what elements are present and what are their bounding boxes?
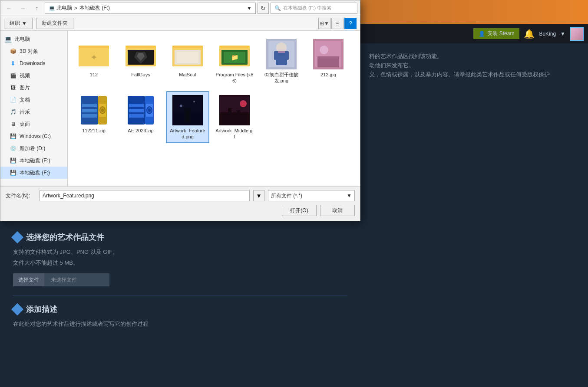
sidebar-item-locale[interactable]: 💾 本地磁盘 (E:) xyxy=(0,154,67,167)
svg-rect-28 xyxy=(317,56,339,67)
user-avatar[interactable] xyxy=(570,27,584,41)
sidebar-item-localf[interactable]: 💾 本地磁盘 (F:) xyxy=(0,167,67,179)
sidebar-item-windowsc[interactable]: 💾 Windows (C:) xyxy=(0,130,67,142)
refresh-button[interactable]: ↻ xyxy=(258,3,269,14)
new-folder-button[interactable]: 新建文件夹 xyxy=(36,18,73,29)
sidebar-label-windowsc: Windows (C:) xyxy=(20,133,51,139)
svg-rect-32 xyxy=(82,109,97,112)
file-label-programfiles: Program Files (x86) xyxy=(215,72,254,84)
svg-rect-56 xyxy=(228,108,231,123)
file-item-featured[interactable]: Artwork_Featured.png xyxy=(166,91,209,144)
video-sidebar-icon: 🎬 xyxy=(9,72,17,79)
forward-button[interactable]: → xyxy=(17,3,29,14)
file-label-girl: 02初白甜千佳披发.png xyxy=(262,72,301,84)
back-button[interactable]: ← xyxy=(3,3,15,14)
downloads-sidebar-icon: ⬇ xyxy=(9,59,17,67)
svg-rect-12 xyxy=(177,52,198,63)
organize-button[interactable]: 组织 ▼ xyxy=(4,18,33,29)
svg-text:📁: 📁 xyxy=(231,54,239,61)
file-icon-middle xyxy=(219,95,250,126)
sidebar-item-computer[interactable]: 💻 此电脑 xyxy=(0,33,67,45)
file-label-212: 212.jpg xyxy=(320,72,336,78)
address-bar[interactable]: 💻 此电脑 > 本地磁盘 (F:) ▼ xyxy=(45,3,256,14)
open-button[interactable]: 打开(O) xyxy=(282,205,317,216)
sidebar-item-3d[interactable]: 📦 3D 对象 xyxy=(0,45,67,57)
section1-title: 选择您的艺术作品文件 xyxy=(26,232,104,243)
file-item-zip2[interactable]: AE 2023.zip xyxy=(119,91,162,144)
file-item-112[interactable]: ✦ 112 xyxy=(72,35,116,88)
file-grid-area: ✦ 112 xyxy=(68,31,360,186)
file-icon-featured xyxy=(172,95,203,126)
file-icon-majsoul xyxy=(172,39,203,70)
svg-rect-41 xyxy=(129,114,144,118)
help-button[interactable]: ? xyxy=(344,18,357,29)
file-open-dialog: ← → ↑ 💻 此电脑 > 本地磁盘 (F:) ▼ ↻ 🔍 在本地磁盘 (F:)… xyxy=(0,0,360,221)
person-icon: 👤 xyxy=(479,31,485,37)
search-placeholder: 在本地磁盘 (F:) 中搜索 xyxy=(283,5,331,11)
file-icon-programfiles: 📁 xyxy=(219,39,250,70)
steam-nav-bar: 👤 安装 Steam 🔔 BuKing ▼ xyxy=(360,24,588,43)
view-options-button[interactable]: ⊞ ▼ xyxy=(318,18,330,29)
file-item-fallguys[interactable]: FallGuys xyxy=(119,35,162,88)
sidebar-label-music: 音乐 xyxy=(20,108,30,116)
filename-row: 文件名(N): ▼ 所有文件 (*.*) ▼ xyxy=(6,190,355,201)
sidebar-item-video[interactable]: 🎬 视频 xyxy=(0,69,67,82)
search-bar[interactable]: 🔍 在本地磁盘 (F:) 中搜索 xyxy=(271,3,357,14)
cancel-button[interactable]: 取消 xyxy=(320,205,355,216)
newd-sidebar-icon: 💿 xyxy=(9,144,17,152)
windowsc-sidebar-icon: 💾 xyxy=(9,132,17,140)
dialog-actionbar: 组织 ▼ 新建文件夹 ⊞ ▼ ⊟ ? xyxy=(0,16,360,31)
sidebar-item-downloads[interactable]: ⬇ Downloads xyxy=(0,57,67,69)
filename-input[interactable] xyxy=(40,190,250,201)
file-item-zip1[interactable]: 112211.zip xyxy=(72,91,116,144)
steam-orange-header xyxy=(360,0,588,24)
file-label-majsoul: MajSoul xyxy=(179,72,196,78)
file-item-girl[interactable]: 02初白甜千佳披发.png xyxy=(260,35,303,88)
file-item-majsoul[interactable]: MajSoul xyxy=(166,35,209,88)
sidebar-label-locale: 本地磁盘 (E:) xyxy=(20,157,50,164)
file-item-middle[interactable]: Artwork_Middle.gif xyxy=(213,91,256,144)
details-pane-button[interactable]: ⊟ xyxy=(331,18,344,29)
file-label-middle: Artwork_Middle.gif xyxy=(215,128,254,140)
notification-bell-icon[interactable]: 🔔 xyxy=(524,29,535,39)
username-label[interactable]: BuKing xyxy=(539,31,556,37)
svg-point-55 xyxy=(240,100,247,107)
file-icon-fallguys xyxy=(125,39,156,70)
filetype-select[interactable]: 所有文件 (*.*) ▼ xyxy=(268,190,355,201)
sidebar: 💻 此电脑 📦 3D 对象 ⬇ Downloads 🎬 视频 🖼 图片 📄 xyxy=(0,31,68,186)
file-icon-girl xyxy=(266,39,297,70)
sidebar-item-desktop[interactable]: 🖥 桌面 xyxy=(0,118,67,130)
file-label-zip2: AE 2023.zip xyxy=(128,128,153,134)
section1-diamond-icon xyxy=(11,231,23,243)
file-label-featured: Artwork_Featured.png xyxy=(168,128,207,140)
sidebar-label-docs: 文档 xyxy=(20,96,30,104)
steam-text-1: 料的艺术作品区找到该功能。 xyxy=(369,52,579,61)
svg-rect-39 xyxy=(129,104,144,107)
no-file-label: 未选择文件 xyxy=(44,273,109,286)
docs-sidebar-icon: 📄 xyxy=(9,96,17,104)
localf-sidebar-icon: 💾 xyxy=(9,169,17,177)
file-item-212[interactable]: 212.jpg xyxy=(307,35,350,88)
file-choose-bar: 选择文件 未选择文件 xyxy=(13,273,347,286)
up-button[interactable]: ↑ xyxy=(31,3,43,14)
address-computer: 💻 此电脑 xyxy=(49,4,72,12)
svg-rect-31 xyxy=(82,104,97,107)
sidebar-item-images[interactable]: 🖼 图片 xyxy=(0,82,67,94)
dialog-actions-row: 打开(O) 取消 xyxy=(6,205,355,216)
file-item-programfiles[interactable]: 📁 Program Files (x86) xyxy=(213,35,256,88)
sidebar-label-newd: 新加卷 (D:) xyxy=(20,145,45,152)
sidebar-item-docs[interactable]: 📄 文档 xyxy=(0,94,67,106)
section1-desc-line1: 支持的文件格式为 JPG、PNG 以及 GIF。 xyxy=(13,248,347,256)
locale-sidebar-icon: 💾 xyxy=(9,157,17,164)
sidebar-item-music[interactable]: 🎵 音乐 xyxy=(0,106,67,118)
username-dropdown-icon[interactable]: ▼ xyxy=(560,31,565,37)
address-dropdown-icon[interactable]: ▼ xyxy=(247,5,252,11)
sidebar-item-newd[interactable]: 💿 新加卷 (D:) xyxy=(0,142,67,154)
filename-dropdown-button[interactable]: ▼ xyxy=(253,190,264,201)
svg-rect-57 xyxy=(237,110,240,123)
sidebar-label-desktop: 桌面 xyxy=(20,121,30,128)
install-steam-button[interactable]: 👤 安装 Steam xyxy=(473,28,519,39)
dialog-toolbar: ← → ↑ 💻 此电脑 > 本地磁盘 (F:) ▼ ↻ 🔍 在本地磁盘 (F:)… xyxy=(0,0,360,16)
choose-file-button[interactable]: 选择文件 xyxy=(13,273,44,286)
svg-rect-33 xyxy=(82,114,97,118)
